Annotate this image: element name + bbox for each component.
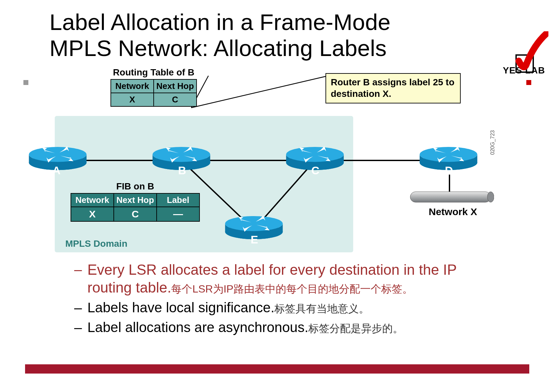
slide-title: Label Allocation in a Frame-Mode MPLS Ne… [49,9,390,62]
footer-bar [25,364,529,374]
bullet-3-zh: 标签分配是异步的。 [308,322,403,334]
deco-square-left [23,80,28,85]
bullet-2-zh: 标签具有当地意义。 [274,303,369,315]
network-x-label: Network X [429,206,477,217]
bullet-2-en: Labels have local significance. [87,300,274,315]
bullet-2: – Labels have local significance.标签具有当地意… [74,299,486,316]
slide-root: Label Allocation in a Frame-Mode MPLS Ne… [0,0,555,392]
bullet-3: – Label allocations are asynchronous.标签分… [74,319,486,336]
fib-cell-label: — [157,207,200,221]
router-b-label: B [178,164,186,177]
routing-row: X C [111,93,197,106]
callout-text: Router B assigns label 25 to destination… [331,77,454,99]
fib-table-title: FIB on B [71,181,200,192]
bullet-1-zh: 每个LSR为IP路由表中的每个目的地分配一个标签。 [171,283,413,295]
routing-th-network: Network [111,79,154,93]
svg-point-7 [487,192,494,202]
deco-square-right [526,80,531,85]
fib-th-label: Label [157,193,200,207]
network-x-cylinder [407,191,494,203]
routing-cell-nexthop: C [154,93,197,106]
fib-table-b: FIB on B Network Next Hop Label X C — [71,181,200,222]
router-e-label: E [251,233,258,246]
bullet-list: – Every LSR allocates a label for every … [74,261,486,339]
routing-cell-network: X [111,93,154,106]
title-line-1: Label Allocation in a Frame-Mode [49,9,390,35]
router-c-label: C [311,164,320,177]
fib-row: X C — [71,207,200,221]
title-line-2: MPLS Network: Allocating Labels [49,35,390,61]
bullet-dash: – [74,319,87,336]
routing-table-title: Routing Table of B [110,67,197,78]
bullet-dash: – [74,299,87,316]
routing-table-b: Routing Table of B Network Next Hop X C [110,67,197,107]
fib-th-network: Network [71,193,114,207]
fib-cell-nexthop: C [114,207,157,221]
callout-box: Router B assigns label 25 to destination… [325,73,461,103]
mpls-domain-label: MPLS Domain [65,238,127,249]
fib-th-nexthop: Next Hop [114,193,157,207]
router-a-label: A [52,164,61,177]
svg-line-2 [191,76,325,108]
fib-cell-network: X [71,207,114,221]
bullet-dash: – [74,261,87,296]
router-d-label: D [445,164,453,177]
footer-red [25,364,529,374]
bullet-3-en: Label allocations are asynchronous. [87,320,308,335]
code-tag: 020G_723 [490,130,496,155]
yeslab-logo [496,31,548,77]
bullet-1: – Every LSR allocates a label for every … [74,261,486,296]
routing-th-nexthop: Next Hop [154,79,197,93]
svg-rect-6 [410,192,491,202]
